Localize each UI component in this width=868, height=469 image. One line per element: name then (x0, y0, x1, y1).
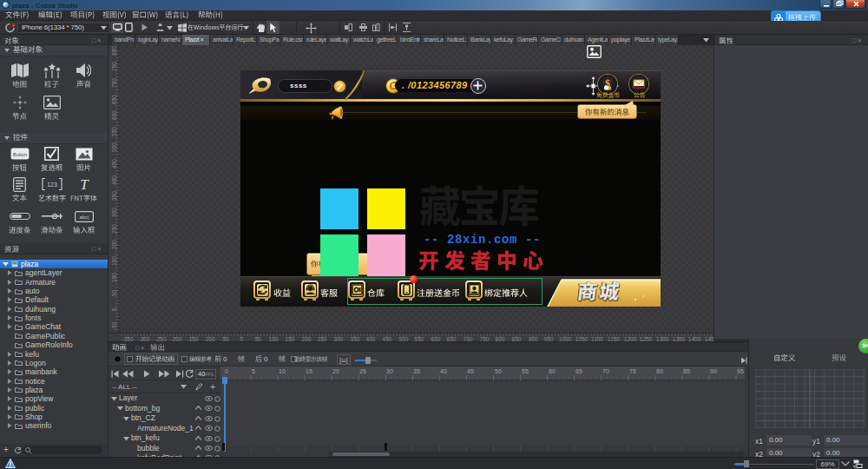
svg-text:85: 85 (683, 368, 690, 374)
svg-text:25: 25 (359, 368, 366, 374)
svg-text:15: 15 (306, 368, 312, 374)
svg-text:30: 30 (386, 368, 393, 374)
svg-text:65: 65 (575, 368, 582, 374)
svg-text:75: 75 (629, 368, 636, 374)
svg-text:60: 60 (549, 368, 556, 374)
svg-text:35: 35 (413, 368, 420, 374)
svg-text:80: 80 (656, 368, 663, 374)
svg-text:20: 20 (332, 368, 339, 374)
svg-text:0: 0 (225, 368, 228, 374)
svg-text:70: 70 (602, 368, 609, 374)
svg-text:123: 123 (47, 182, 57, 188)
svg-text:95: 95 (737, 368, 744, 374)
svg-text:40: 40 (440, 368, 447, 374)
svg-text:10: 10 (279, 368, 286, 374)
svg-text:abc|: abc| (79, 215, 89, 220)
svg-text:45: 45 (467, 368, 474, 374)
svg-text:T: T (80, 177, 89, 192)
svg-text:50: 50 (495, 368, 502, 374)
svg-text:Button: Button (13, 152, 27, 157)
svg-text:55: 55 (522, 368, 529, 374)
svg-text:5: 5 (252, 368, 255, 374)
svg-text:90: 90 (710, 368, 717, 374)
